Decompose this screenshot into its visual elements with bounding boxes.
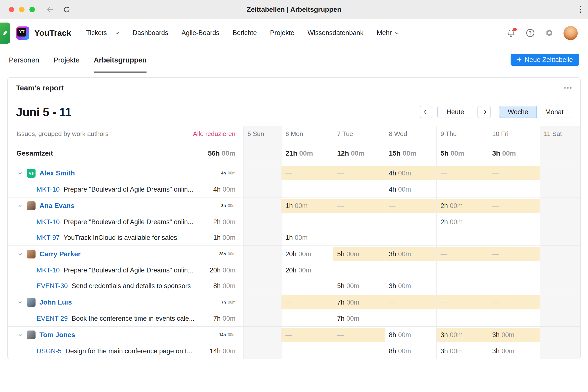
nav-item-projekte[interactable]: Projekte: [264, 29, 301, 37]
day-cell: [281, 182, 333, 197]
person-name[interactable]: Alex Smith: [40, 169, 75, 177]
youtrack-logo-icon[interactable]: YT: [16, 26, 30, 40]
person-total: 3h 00m: [218, 204, 236, 208]
minimize-window-button[interactable]: [19, 7, 24, 12]
person-name[interactable]: Carry Parker: [40, 250, 80, 258]
tab-personen[interactable]: Personen: [9, 47, 39, 72]
day-cell: [540, 142, 580, 165]
day-cell: [488, 262, 540, 278]
nav-item-mehr[interactable]: Mehr: [370, 29, 406, 37]
day-cell: [243, 326, 281, 343]
issue-left: EVENT-29 Book the conference time in eve…: [8, 311, 243, 326]
reload-icon[interactable]: [63, 6, 70, 14]
back-icon[interactable]: [46, 6, 54, 14]
empty-dash: —: [492, 202, 499, 210]
cell-hours: 3h: [440, 331, 448, 339]
cell-minutes: 00m: [298, 266, 312, 274]
day-cell: [436, 262, 488, 278]
person-total: 14h 00m: [216, 333, 236, 337]
person-group: AS Alex Smith 4h 00m ——4h00m—— MKT-10 Pr…: [8, 165, 580, 198]
issue-total: 20h 00m: [206, 266, 236, 274]
issue-key[interactable]: DSGN-5: [36, 348, 62, 355]
today-button[interactable]: Heute: [437, 106, 473, 118]
next-week-button[interactable]: [478, 106, 491, 118]
chevron-down-icon[interactable]: [18, 203, 23, 208]
issue-summary: YouTrack InCloud is available for sales!: [64, 234, 179, 242]
day-header: 9 Thu: [436, 126, 488, 142]
cell-minutes: 00m: [351, 150, 364, 157]
day-cell: [488, 182, 540, 197]
person-name[interactable]: Tom Jones: [40, 331, 75, 339]
help-icon[interactable]: ?: [525, 28, 535, 38]
tab-arbeitsgruppen[interactable]: Arbeitsgruppen: [94, 47, 147, 72]
report-title: Team's report: [16, 84, 64, 92]
notifications-bell-icon[interactable]: [506, 28, 516, 38]
issue-key[interactable]: EVENT-30: [36, 282, 68, 290]
chevron-down-icon[interactable]: [115, 31, 119, 35]
week-toggle-button[interactable]: Woche: [499, 106, 537, 118]
cell-minutes: 00m: [450, 150, 464, 157]
day-cell: 3h00m: [385, 278, 436, 294]
issue-key[interactable]: MKT-10: [36, 218, 60, 226]
day-cell: [333, 262, 385, 278]
cell-minutes: 00m: [502, 331, 514, 339]
issue-key[interactable]: EVENT-29: [36, 315, 68, 322]
person-row: John Luis 7h 00m —7h00m———: [8, 294, 580, 311]
nav-item-tickets[interactable]: Tickets: [80, 29, 126, 37]
day-cell: [540, 262, 580, 278]
issue-total-minutes: 00m: [222, 348, 236, 355]
chevron-down-icon[interactable]: [18, 300, 23, 305]
tab-projekte[interactable]: Projekte: [54, 47, 80, 72]
issue-total: 8h 00m: [210, 282, 236, 290]
cell-hours: 5h: [440, 150, 448, 157]
nav-item-agile-boards[interactable]: Agile-Boards: [175, 29, 226, 37]
day-header: 8 Wed: [385, 126, 436, 142]
new-timesheet-label: Neue Zeittabelle: [524, 56, 573, 64]
day-cell: 7h00m: [333, 294, 385, 311]
collapse-all-link[interactable]: Alle reduzieren: [193, 130, 236, 138]
nav-item-dashboards[interactable]: Dashboards: [126, 29, 175, 37]
cell-minutes: 00m: [502, 348, 514, 355]
highlight-band: —: [282, 166, 333, 180]
month-toggle-button[interactable]: Monat: [536, 106, 572, 118]
day-cell: 3h00m: [488, 142, 540, 165]
day-cell: —: [488, 246, 540, 262]
day-header: 5 Sun: [243, 126, 281, 142]
divider: [111, 30, 111, 37]
day-cell: [436, 311, 488, 326]
pinned-extension-icon[interactable]: [0, 22, 10, 44]
day-cell: [243, 246, 281, 262]
day-cell: [281, 278, 333, 294]
new-timesheet-button[interactable]: + Neue Zeittabelle: [510, 54, 579, 66]
chevron-down-icon[interactable]: [18, 170, 23, 176]
more-options-icon[interactable]: [564, 85, 572, 91]
timesheet-groups: AS Alex Smith 4h 00m ——4h00m—— MKT-10 Pr…: [8, 165, 580, 359]
user-avatar[interactable]: [564, 26, 578, 40]
day-cell: 3h00m: [488, 326, 540, 343]
day-cell: 3h00m: [385, 246, 436, 262]
close-window-button[interactable]: [9, 7, 14, 12]
cell-hours: 3h: [389, 250, 396, 258]
issue-key[interactable]: MKT-97: [36, 234, 60, 242]
day-cell: 3h00m: [436, 343, 488, 359]
empty-dash: —: [337, 331, 344, 339]
zoom-window-button[interactable]: [30, 7, 35, 12]
person-name[interactable]: John Luis: [40, 298, 72, 306]
summary-left: Gesamtzeit 56h 00m: [8, 142, 243, 165]
chevron-down-icon[interactable]: [18, 251, 23, 257]
browser-menu-icon[interactable]: [580, 6, 581, 13]
settings-nut-icon[interactable]: [544, 28, 554, 38]
chevron-down-icon[interactable]: [18, 332, 23, 338]
previous-week-button[interactable]: [420, 106, 433, 118]
cell-hours: 15h: [389, 150, 400, 157]
tab-label: Arbeitsgruppen: [94, 56, 147, 64]
browser-titlebar: Zeittabellen | Arbeitsgruppen: [0, 0, 588, 19]
nav-item-wissensdatenbank[interactable]: Wissensdatenbank: [301, 29, 370, 37]
person-row: Carry Parker 28h 00m 20h00m5h00m3h00m——: [8, 246, 580, 262]
issue-key[interactable]: MKT-10: [36, 186, 60, 193]
day-cell: [243, 294, 281, 311]
issue-summary: Send credentials and details to sponsors: [72, 282, 191, 290]
issue-key[interactable]: MKT-10: [36, 266, 60, 274]
nav-item-berichte[interactable]: Berichte: [226, 29, 264, 37]
person-name[interactable]: Ana Evans: [40, 202, 74, 210]
